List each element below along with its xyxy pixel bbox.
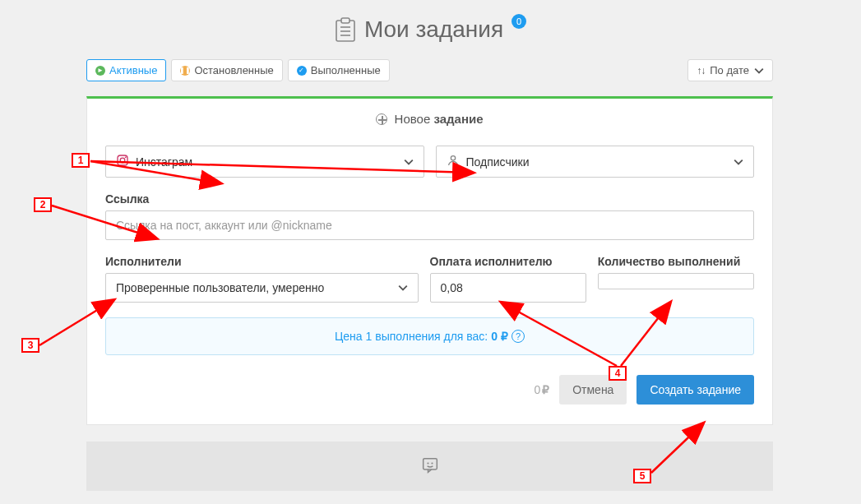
type-select[interactable]: Подписчики <box>436 146 755 178</box>
total-cost-value: 0 <box>534 383 540 396</box>
link-input-placeholder: Ссылка на пост, аккаунт или @nickname <box>116 219 332 232</box>
instagram-icon <box>116 154 129 169</box>
page-title-row: Мои задания 0 <box>0 16 861 43</box>
qty-input[interactable] <box>598 273 754 289</box>
svg-rect-9 <box>423 458 437 469</box>
svg-point-10 <box>427 462 428 464</box>
page-title: Мои задания <box>364 16 503 43</box>
chat-smiley-icon <box>422 457 438 476</box>
filter-tab-active[interactable]: ► Активные <box>86 59 166 81</box>
filters-row: ► Активные ❚❚ Остановленные ✓ Выполненны… <box>86 59 773 81</box>
clipboard-icon <box>335 17 356 42</box>
svg-point-6 <box>120 158 125 163</box>
ruble-icon: ₽ <box>501 330 508 343</box>
price-banner: Цена 1 выполнения для вас: 0 ₽ ? <box>105 317 754 355</box>
create-button[interactable]: Создать задание <box>636 375 754 405</box>
total-cost: 0 ₽ <box>534 383 549 396</box>
filter-tab-paused[interactable]: ❚❚ Остановленные <box>171 59 282 81</box>
chevron-down-icon <box>398 283 408 293</box>
executors-label: Исполнители <box>105 255 419 268</box>
sort-button[interactable]: ↑↓ По дате <box>687 59 773 81</box>
bottom-panel <box>86 442 773 491</box>
filter-tab-label: Активные <box>109 64 157 76</box>
svg-point-8 <box>451 156 455 160</box>
new-task-header-bold: задание <box>433 112 483 126</box>
pause-icon: ❚❚ <box>180 66 190 76</box>
card-footer: 0 ₽ Отмена Создать задание <box>87 375 772 405</box>
svg-point-7 <box>125 156 127 158</box>
tasks-count-badge: 0 <box>512 14 526 29</box>
play-icon: ► <box>95 66 105 76</box>
filter-tab-label: Остановленные <box>194 64 273 76</box>
svg-rect-1 <box>341 18 349 23</box>
ruble-icon: ₽ <box>542 383 549 396</box>
link-input[interactable]: Ссылка на пост, аккаунт или @nickname <box>105 210 754 240</box>
price-banner-text: Цена 1 выполнения для вас: <box>335 330 488 343</box>
type-select-value: Подписчики <box>466 155 530 169</box>
executors-select-value: Проверенные пользователи, умеренно <box>116 281 324 294</box>
cancel-button[interactable]: Отмена <box>559 375 627 405</box>
pay-input-value: 0,08 <box>441 281 463 294</box>
sort-icon: ↑↓ <box>697 65 705 76</box>
filter-tab-label: Выполненные <box>311 64 381 76</box>
user-icon <box>447 154 460 169</box>
network-select-value: Инстаграм <box>136 155 192 169</box>
svg-point-11 <box>431 462 433 464</box>
new-task-card: Новое задание <box>86 96 773 425</box>
network-select[interactable]: Инстаграм <box>105 146 424 178</box>
sort-button-label: По дате <box>710 64 749 76</box>
plus-circle-icon <box>376 113 387 125</box>
qty-label: Количество выполнений <box>598 255 754 268</box>
price-banner-value: 0 <box>491 330 498 343</box>
executors-select[interactable]: Проверенные пользователи, умеренно <box>105 273 419 303</box>
help-icon[interactable]: ? <box>512 330 525 343</box>
new-task-header: Новое задание <box>87 99 772 146</box>
chevron-down-icon <box>754 66 764 76</box>
filter-tab-done[interactable]: ✓ Выполненные <box>288 59 390 81</box>
link-label: Ссылка <box>105 192 754 206</box>
pay-label: Оплата исполнителю <box>430 255 586 268</box>
annotation-2: 2 <box>34 197 52 212</box>
chevron-down-icon <box>734 157 743 167</box>
pay-input[interactable]: 0,08 <box>430 273 586 303</box>
chevron-down-icon <box>404 157 414 167</box>
annotation-3: 3 <box>21 338 39 353</box>
new-task-header-thin: Новое <box>395 112 431 126</box>
check-icon: ✓ <box>297 66 307 76</box>
